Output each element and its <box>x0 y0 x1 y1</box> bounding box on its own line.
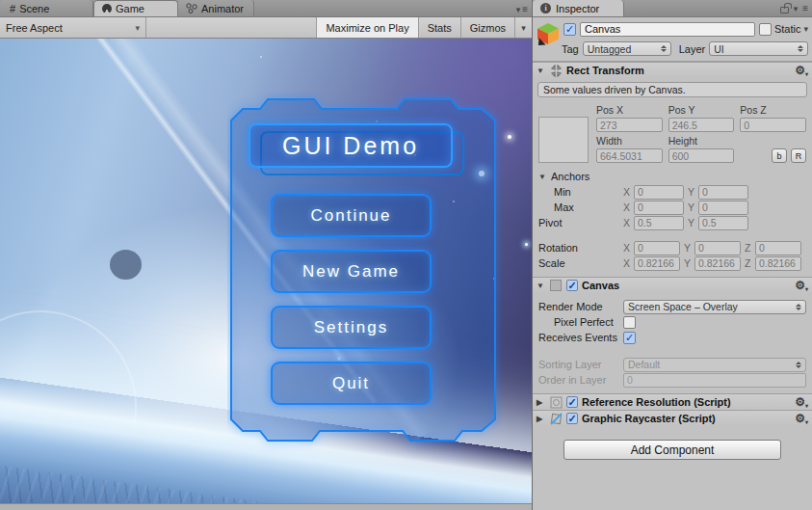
scale-y-field[interactable]: 0.82166 <box>694 256 741 271</box>
pivot-row: Pivot X 0.5 Y 0.5 <box>533 215 812 230</box>
inspector-caret-icon[interactable]: ▾ <box>794 4 799 13</box>
gizmos-dropdown[interactable]: Gizmos <box>460 17 514 38</box>
render-mode-row: Render Mode Screen Space – Overlay <box>533 299 812 314</box>
width-field[interactable]: 664.5031 <box>596 148 663 163</box>
settings-button[interactable]: Settings <box>271 306 432 349</box>
canvas-component-header[interactable]: ▼ ✓ Canvas ⚙ <box>533 277 812 293</box>
aspect-caret-icon: ▾ <box>135 23 140 33</box>
gizmos-label: Gizmos <box>470 22 506 34</box>
height-field[interactable]: 600 <box>668 148 735 163</box>
gear-icon[interactable]: ⚙ <box>795 64 808 77</box>
layer-dropdown[interactable]: UI <box>709 41 808 56</box>
static-checkbox[interactable] <box>759 23 772 36</box>
gameobject-cube-icon[interactable] <box>537 22 560 45</box>
tab-inspector-label: Inspector <box>556 3 599 14</box>
add-component-button[interactable]: Add Component <box>563 440 781 460</box>
sorting-layer-label: Sorting Layer <box>538 359 619 370</box>
continue-button[interactable]: Continue <box>271 194 432 237</box>
settings-label: Settings <box>314 318 388 337</box>
axis-y-label: Y <box>688 217 694 228</box>
gizmos-caret-button[interactable]: ▾ <box>514 17 532 38</box>
quit-label: Quit <box>332 374 370 393</box>
inspector-menu-icon[interactable]: ≡ <box>802 3 808 13</box>
anchor-max-row: Max X 0 Y 0 <box>533 200 812 215</box>
tag-value: Untagged <box>588 43 657 55</box>
stats-button[interactable]: Stats <box>418 17 460 38</box>
info-icon: i <box>540 3 551 13</box>
pos-y-field[interactable]: 246.5 <box>668 118 735 132</box>
foldout-open-icon[interactable]: ▼ <box>537 282 545 290</box>
game-viewport: GUI Demo Continue New Game Settings Quit <box>0 39 532 503</box>
graphic-raycaster-header[interactable]: ▶ ✓ Graphic Raycaster (Script) ⚙ <box>533 410 812 426</box>
tab-animator[interactable]: Animator <box>178 0 254 16</box>
lock-icon[interactable] <box>780 7 789 13</box>
static-label: Static <box>774 23 801 35</box>
pos-x-field[interactable]: 273 <box>596 118 663 132</box>
axis-y-label: Y <box>684 242 691 254</box>
foldout-open-icon[interactable]: ▼ <box>537 67 545 75</box>
tag-dropdown[interactable]: Untagged <box>583 41 671 56</box>
rotation-z-field[interactable]: 0 <box>755 241 801 255</box>
panel-menu-icon: ≡ <box>522 4 528 14</box>
graphic-raycaster-enabled-checkbox[interactable]: ✓ <box>566 413 578 424</box>
view-tabbar: # Scene Game Animator ▾ ≡ <box>0 0 532 17</box>
pivot-y-field[interactable]: 0.5 <box>698 216 748 230</box>
max-y-field[interactable]: 0 <box>698 201 748 215</box>
tab-scene[interactable]: # Scene <box>0 0 93 16</box>
pivot-label: Pivot <box>538 217 619 228</box>
anchor-min-row: Min X 0 Y 0 <box>533 184 812 200</box>
raw-edit-mode-button[interactable]: R <box>791 148 806 163</box>
pixel-perfect-label: Pixel Perfect <box>538 316 619 328</box>
width-label: Width <box>596 134 663 147</box>
new-game-label: New Game <box>302 262 400 282</box>
axis-x-label: X <box>623 186 630 198</box>
stats-label: Stats <box>428 22 452 34</box>
scale-x-field[interactable]: 0.82166 <box>634 256 680 271</box>
name-field[interactable]: Canvas <box>580 22 755 37</box>
reference-resolution-enabled-checkbox[interactable]: ✓ <box>566 396 578 408</box>
rect-transform-header[interactable]: ▼ Rect Transform ⚙ <box>533 62 812 78</box>
render-mode-dropdown[interactable]: Screen Space – Overlay <box>623 300 806 314</box>
anchor-preview[interactable] <box>538 117 589 163</box>
game-panel-menu[interactable]: ▾ ≡ <box>516 4 528 14</box>
menu-title: GUI Demo <box>282 132 419 160</box>
blueprint-mode-button[interactable]: b <box>772 148 787 163</box>
receives-events-row: Receives Events ✓ <box>533 330 812 345</box>
min-label: Min <box>538 186 619 198</box>
axis-x-label: X <box>623 257 630 269</box>
render-mode-value: Screen Space – Overlay <box>628 301 792 312</box>
tab-inspector[interactable]: i Inspector <box>533 0 624 16</box>
unity-editor-window: # Scene Game Animator ▾ ≡ Free Aspect ▾ <box>0 0 812 510</box>
quit-button[interactable]: Quit <box>271 362 432 405</box>
scale-z-field[interactable]: 0.82166 <box>755 256 801 271</box>
gear-icon[interactable]: ⚙ <box>795 412 808 425</box>
aspect-dropdown[interactable]: Free Aspect ▾ <box>0 17 146 38</box>
anchors-foldout[interactable]: ▼ Anchors <box>533 169 812 184</box>
max-x-field[interactable]: 0 <box>634 201 684 215</box>
foldout-closed-icon[interactable]: ▶ <box>537 398 545 407</box>
name-value: Canvas <box>585 23 620 35</box>
reference-resolution-header[interactable]: ▶ ✓ Reference Resolution (Script) ⚙ <box>533 393 812 410</box>
sorting-layer-row: Sorting Layer Default <box>533 357 812 372</box>
canvas-enabled-checkbox[interactable]: ✓ <box>566 280 578 291</box>
rotation-y-field[interactable]: 0 <box>694 241 741 255</box>
rotation-x-field[interactable]: 0 <box>634 241 680 255</box>
pos-z-field[interactable]: 0 <box>740 118 806 132</box>
min-x-field[interactable]: 0 <box>634 185 684 200</box>
tab-game[interactable]: Game <box>93 0 178 16</box>
foldout-open-icon: ▼ <box>538 173 547 181</box>
static-caret-icon[interactable]: ▾ <box>803 24 808 34</box>
new-game-button[interactable]: New Game <box>271 250 432 293</box>
pivot-x-field[interactable]: 0.5 <box>634 216 684 230</box>
rect-transform-title: Rect Transform <box>566 65 644 76</box>
gear-icon[interactable]: ⚙ <box>795 279 808 292</box>
pixel-perfect-row: Pixel Perfect <box>533 314 812 330</box>
receives-events-checkbox[interactable]: ✓ <box>623 332 636 344</box>
gear-icon[interactable]: ⚙ <box>795 395 808 409</box>
active-checkbox[interactable]: ✓ <box>563 23 576 36</box>
maximize-on-play-button[interactable]: Maximize on Play <box>316 17 417 38</box>
anchors-label: Anchors <box>551 171 589 182</box>
pixel-perfect-checkbox[interactable] <box>623 316 636 329</box>
min-y-field[interactable]: 0 <box>698 185 748 200</box>
foldout-closed-icon[interactable]: ▶ <box>537 415 545 423</box>
